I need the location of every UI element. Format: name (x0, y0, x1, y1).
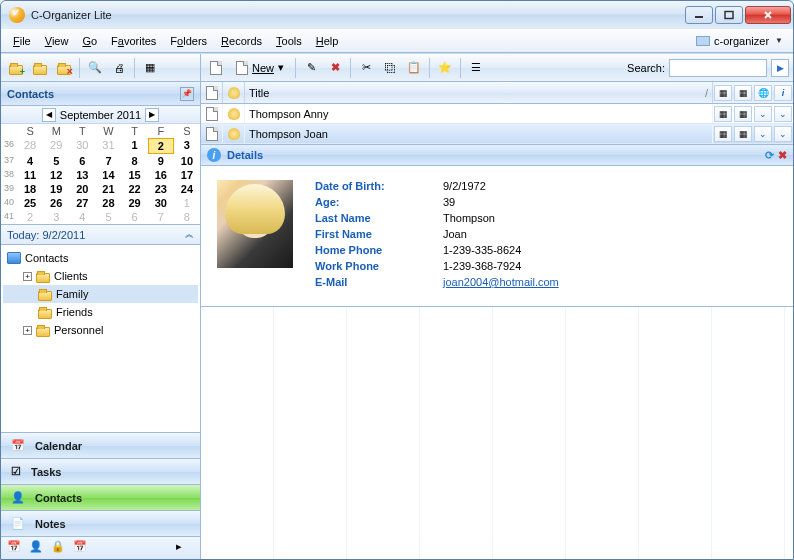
calendar-day[interactable]: 23 (148, 182, 174, 196)
menu-help[interactable]: Help (310, 33, 345, 49)
row-btn-expand2[interactable]: ⌄ (774, 126, 792, 142)
col-btn-3[interactable]: 🌐 (754, 85, 772, 101)
email-value[interactable]: joan2004@hotmail.com (443, 276, 559, 288)
menu-records[interactable]: Records (215, 33, 268, 49)
calendar-day[interactable]: 1 (174, 196, 200, 210)
calendar-day[interactable]: 2 (148, 138, 174, 154)
search-button[interactable]: 🔍 (84, 57, 106, 79)
calendar-day[interactable]: 15 (122, 168, 148, 182)
search-input[interactable] (669, 59, 767, 77)
tree-item[interactable]: +Personnel (3, 321, 198, 339)
delete-folder-button[interactable] (53, 57, 75, 79)
calendar-day[interactable]: 31 (95, 138, 121, 154)
tree-item[interactable]: +Clients (3, 267, 198, 285)
col-btn-2[interactable]: ▦ (734, 85, 752, 101)
calendar-day[interactable]: 2 (17, 210, 43, 224)
menu-go[interactable]: Go (76, 33, 103, 49)
tree-expand[interactable]: + (23, 326, 32, 335)
pin-button[interactable]: 📌 (180, 87, 194, 101)
nav-icon-1[interactable]: 📅 (7, 540, 25, 556)
maximize-button[interactable] (715, 6, 743, 24)
grid-row[interactable]: Thompson Joan ▦ ▦ ⌄ ⌄ (201, 124, 793, 144)
calendar-day[interactable]: 7 (148, 210, 174, 224)
tree-root[interactable]: Contacts (3, 249, 198, 267)
nav-notes[interactable]: 📄Notes (1, 511, 200, 537)
calendar-day[interactable]: 27 (69, 196, 95, 210)
calendar-day[interactable]: 17 (174, 168, 200, 182)
calendar-day[interactable]: 19 (43, 182, 69, 196)
calendar-day[interactable]: 5 (43, 154, 69, 168)
calendar-day[interactable]: 29 (122, 196, 148, 210)
calendar-day[interactable]: 14 (95, 168, 121, 182)
calendar-day[interactable]: 22 (122, 182, 148, 196)
nav-more-button[interactable]: ▸ (176, 540, 194, 556)
calendar-day[interactable]: 3 (174, 138, 200, 154)
new-dropdown[interactable]: New ▾ (229, 58, 291, 78)
menu-favorites[interactable]: Favorites (105, 33, 162, 49)
view-mode-button[interactable]: ▦ (139, 57, 161, 79)
calendar-day[interactable]: 10 (174, 154, 200, 168)
edit-folder-button[interactable] (29, 57, 51, 79)
minimize-button[interactable] (685, 6, 713, 24)
calendar-day[interactable]: 8 (122, 154, 148, 168)
calendar-day[interactable]: 3 (43, 210, 69, 224)
col-title[interactable]: Title/ (245, 82, 713, 103)
copy-button[interactable]: ⿻ (379, 57, 401, 79)
row-btn-1[interactable]: ▦ (714, 126, 732, 142)
row-btn-1[interactable]: ▦ (714, 106, 732, 122)
new-folder-button[interactable] (5, 57, 27, 79)
edit-button[interactable]: ✎ (300, 57, 322, 79)
cut-button[interactable]: ✂ (355, 57, 377, 79)
calendar-day[interactable]: 11 (17, 168, 43, 182)
nav-contacts[interactable]: 👤Contacts (1, 485, 200, 511)
calendar-day[interactable]: 24 (174, 182, 200, 196)
calendar-day[interactable]: 6 (122, 210, 148, 224)
calendar-day[interactable]: 12 (43, 168, 69, 182)
calendar-day[interactable]: 29 (43, 138, 69, 154)
calendar-day[interactable]: 4 (17, 154, 43, 168)
col-btn-1[interactable]: ▦ (714, 85, 732, 101)
calendar-day[interactable]: 25 (17, 196, 43, 210)
calendar-day[interactable]: 18 (17, 182, 43, 196)
refresh-icon[interactable]: ⟳ (765, 149, 774, 162)
list-view-button[interactable]: ☰ (465, 57, 487, 79)
calendar-day[interactable]: 5 (95, 210, 121, 224)
col-icon-2[interactable] (223, 82, 245, 103)
close-details-icon[interactable]: ✖ (778, 149, 787, 162)
calendar-day[interactable]: 28 (95, 196, 121, 210)
calendar-day[interactable]: 16 (148, 168, 174, 182)
database-selector[interactable]: c-organizer ▼ (692, 33, 787, 49)
prev-month-button[interactable]: ◀ (42, 108, 56, 122)
tree-item[interactable]: Friends (3, 303, 198, 321)
tree-item[interactable]: Family (3, 285, 198, 303)
tree-expand[interactable]: + (23, 272, 32, 281)
next-month-button[interactable]: ▶ (145, 108, 159, 122)
grid-row[interactable]: Thompson Anny ▦ ▦ ⌄ ⌄ (201, 104, 793, 124)
calendar-day[interactable]: 4 (69, 210, 95, 224)
nav-tasks[interactable]: ☑Tasks (1, 459, 200, 485)
nav-icon-4[interactable]: 📅 (73, 540, 91, 556)
menu-tools[interactable]: Tools (270, 33, 308, 49)
col-icon-1[interactable] (201, 82, 223, 103)
calendar-day[interactable]: 21 (95, 182, 121, 196)
calendar-day[interactable]: 28 (17, 138, 43, 154)
calendar-day[interactable]: 30 (69, 138, 95, 154)
row-btn-expand[interactable]: ⌄ (754, 106, 772, 122)
calendar-day[interactable]: 7 (95, 154, 121, 168)
favorite-button[interactable]: ⭐ (434, 57, 456, 79)
search-go-button[interactable]: ▶ (771, 59, 789, 77)
row-btn-2[interactable]: ▦ (734, 106, 752, 122)
calendar-day[interactable]: 9 (148, 154, 174, 168)
calendar-day[interactable]: 30 (148, 196, 174, 210)
calendar-day[interactable]: 6 (69, 154, 95, 168)
menu-file[interactable]: File (7, 33, 37, 49)
calendar-day[interactable]: 8 (174, 210, 200, 224)
today-row[interactable]: Today: 9/2/2011 ︽ (1, 225, 200, 245)
calendar-day[interactable]: 26 (43, 196, 69, 210)
paste-button[interactable]: 📋 (403, 57, 425, 79)
calendar-day[interactable]: 1 (122, 138, 148, 154)
close-button[interactable] (745, 6, 791, 24)
nav-calendar[interactable]: 📅Calendar (1, 433, 200, 459)
row-btn-expand2[interactable]: ⌄ (774, 106, 792, 122)
nav-icon-2[interactable]: 👤 (29, 540, 47, 556)
